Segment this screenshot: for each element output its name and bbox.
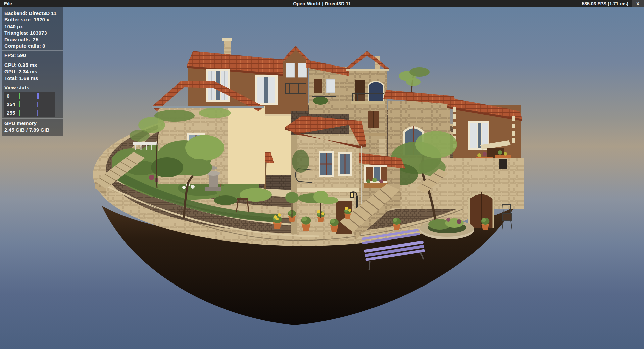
gpu-memory-label: GPU memory [4, 120, 60, 126]
window [338, 152, 352, 176]
view-stats-row: 254 [4, 100, 55, 108]
house-gable-annex [281, 46, 310, 111]
app-window: File Open-World | Direct3D 11 585.03 FPS… [0, 0, 644, 349]
window-title: Open-World | Direct3D 11 [293, 1, 351, 6]
blue-marker [37, 93, 39, 99]
view-stats-box: 0 254 255 [4, 92, 55, 117]
view-stats-label: View stats [4, 84, 60, 91]
window [319, 151, 334, 177]
fps-readout: 585.03 FPS (1.71 ms) [582, 1, 628, 6]
green-marker [19, 101, 20, 107]
close-button[interactable]: X [632, 0, 644, 7]
stats-panel: Backend: Direct3D 11 Buffer size: 1920 x… [2, 7, 63, 136]
menu-bar: File Open-World | Direct3D 11 585.03 FPS… [0, 0, 644, 7]
window-flowerbox [364, 165, 388, 188]
view-stats-value: 255 [7, 110, 15, 116]
divider [2, 60, 63, 60]
blue-marker [37, 110, 38, 116]
shuttered-window [255, 75, 278, 105]
file-menu[interactable]: File [0, 0, 16, 7]
gpu-memory-value: 2.45 GiB / 7.89 GiB [4, 127, 60, 133]
stat-cpu-time: CPU: 0.35 ms [4, 62, 60, 68]
stat-gpu-time: GPU: 2.34 ms [4, 68, 60, 75]
stat-compute-calls: Compute calls: 0 [4, 43, 60, 49]
viewport-3d[interactable] [0, 0, 644, 349]
stat-backend: Backend: Direct3D 11 [4, 10, 60, 16]
blue-marker [37, 102, 38, 107]
view-stats-row: 255 [4, 108, 55, 117]
view-stats-value: 254 [7, 101, 15, 107]
view-stats-value: 0 [7, 93, 9, 99]
green-marker [19, 93, 20, 99]
divider [2, 118, 63, 119]
stat-total-time: Total: 1.69 ms [4, 75, 60, 81]
divider [2, 83, 63, 83]
divider [2, 50, 63, 51]
stat-fps: FPS: 590 [4, 52, 60, 58]
view-stats-row: 0 [4, 92, 55, 100]
stat-buffer-size: Buffer size: 1920 x 1040 px [4, 16, 60, 30]
stat-triangles: Triangles: 103073 [4, 30, 60, 36]
green-marker [19, 110, 20, 116]
house-back-middle [306, 60, 352, 114]
stat-draw-calls: Draw calls: 25 [4, 36, 60, 43]
